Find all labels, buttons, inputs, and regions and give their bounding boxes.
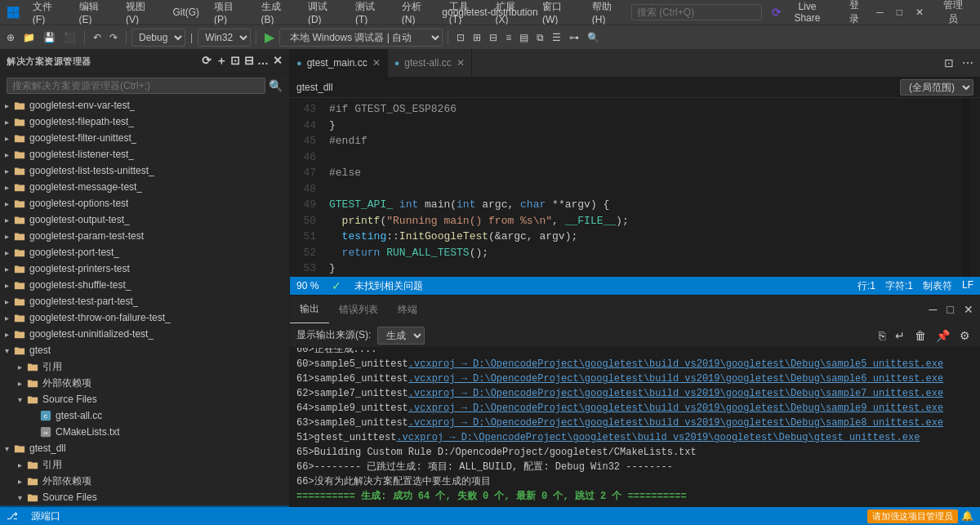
toolbar-new[interactable]: ⊕: [3, 29, 18, 46]
tree-item[interactable]: ▸引用: [0, 358, 289, 375]
toolbar-btn3[interactable]: ⊟: [486, 29, 501, 46]
close-button[interactable]: ✕: [911, 3, 929, 21]
tree-item[interactable]: txtCMakeLists.txt: [0, 424, 289, 440]
tree-item[interactable]: ▸googletest-shuffle-test_: [0, 277, 289, 293]
bell-icon[interactable]: 🔔: [961, 510, 973, 522]
panel-tab-terminal[interactable]: 终端: [388, 296, 427, 323]
char-col: 字符:1: [885, 279, 913, 293]
svg-text:C: C: [44, 413, 48, 419]
sync-icon[interactable]: ⟳: [202, 54, 212, 69]
panel-close-button[interactable]: ✕: [960, 301, 977, 318]
minimize-button[interactable]: ─: [871, 3, 889, 21]
toolbar-btn6[interactable]: ⧉: [533, 29, 547, 46]
toolbar-undo[interactable]: ↶: [90, 29, 105, 46]
sidebar-search-input[interactable]: [7, 78, 265, 94]
code-line: printf("Running main() from %s\n", __FIL…: [323, 213, 962, 229]
toolbar-btn7[interactable]: ☰: [549, 29, 564, 46]
filter-icon[interactable]: ⊡: [230, 54, 241, 69]
output-settings-button[interactable]: ⚙: [956, 327, 973, 344]
output-content[interactable]: 59>正在生成代码...64>Building Custom Rule D:/O…: [290, 348, 980, 507]
editor-scrollbar[interactable]: [970, 98, 980, 277]
tree-item[interactable]: ▸googletest-throw-on-failure-test_: [0, 309, 289, 326]
tree-item[interactable]: ▸googletest-list-tests-unittest_: [0, 162, 289, 179]
output-pin-button[interactable]: 📌: [933, 327, 953, 344]
target-selector[interactable]: 本地 Windows 调试器 | 自动: [279, 29, 443, 47]
toolbar-btn4[interactable]: ≡: [502, 29, 514, 46]
tree-item[interactable]: ▸googletest-env-var-test_: [0, 97, 289, 113]
tree-item[interactable]: ▸googletest-message-test_: [0, 179, 289, 195]
breadcrumb-file[interactable]: gtest_dll: [296, 82, 333, 93]
tab-close-0[interactable]: ✕: [372, 58, 381, 68]
tree-item[interactable]: ▸外部依赖项: [0, 473, 289, 489]
tree-item[interactable]: ▸googletest-port-test_: [0, 244, 289, 260]
tab-icons-right: ⊡ ⋯: [938, 49, 980, 77]
run-button[interactable]: ▶: [261, 28, 278, 47]
tree-item[interactable]: ▸googletest-filepath-test_: [0, 113, 289, 130]
toolbar-btn1[interactable]: ⊡: [453, 29, 468, 46]
add-icon[interactable]: ＋: [216, 54, 228, 69]
tree-item[interactable]: ▸googletest-listener-test_: [0, 146, 289, 162]
toolbar-open[interactable]: 📁: [20, 29, 38, 46]
tree-item[interactable]: ▾Source Files: [0, 489, 289, 505]
tree-item[interactable]: ▸googletest-uninitialized-test_: [0, 326, 289, 342]
scope-selector[interactable]: (全局范围): [900, 79, 973, 96]
tree-arrow: ▸: [0, 248, 13, 257]
toolbar-btn2[interactable]: ⊞: [470, 29, 484, 46]
tree-item[interactable]: ▸googletest-filter-unittest_: [0, 130, 289, 146]
live-share-button[interactable]: ⟳ Live Share: [765, 0, 836, 26]
tree-item[interactable]: ▾Source Files: [0, 391, 289, 407]
tab-more-button[interactable]: ⋯: [959, 55, 977, 71]
tree-item[interactable]: ▸googletest-options-test: [0, 195, 289, 211]
code-content[interactable]: #if GTEST_OS_ESP8266}#endif#elseGTEST_AP…: [323, 98, 962, 277]
close-sidebar-icon[interactable]: ✕: [273, 54, 283, 69]
tab-close-1[interactable]: ✕: [457, 58, 465, 68]
toolbar-redo[interactable]: ↷: [106, 29, 121, 46]
tab-gtest-all[interactable]: ● gtest-all.cc ✕: [388, 49, 472, 77]
notification-badge[interactable]: 请加强这项目管理员: [867, 509, 958, 523]
global-search-input[interactable]: [631, 4, 762, 20]
toolbar-save[interactable]: 💾: [40, 29, 59, 46]
tree-item[interactable]: ▸引用: [0, 456, 289, 473]
svg-rect-0: [7, 7, 13, 12]
toolbar-save-all[interactable]: ⬛: [60, 29, 79, 46]
panel-tab-output[interactable]: 输出: [290, 296, 329, 323]
tab-gtest-main[interactable]: ● gtest_main.cc ✕: [290, 49, 388, 77]
maximize-button[interactable]: □: [892, 3, 907, 21]
sidebar-search-icon[interactable]: 🔍: [269, 79, 283, 92]
line-number: 48: [296, 181, 316, 198]
live-share-label: Live Share: [785, 1, 830, 24]
panel-tab-errors[interactable]: 错误列表: [329, 296, 388, 323]
panel-minimize-button[interactable]: ─: [926, 301, 941, 318]
more-icon[interactable]: …: [257, 54, 270, 69]
zoom-level: 90 %: [296, 280, 318, 291]
tree-item-label: googletest-listener-test_: [29, 149, 134, 160]
tree-item-label: googletest-param-test-test: [29, 230, 144, 242]
output-clear-button[interactable]: 🗑: [911, 327, 929, 344]
output-copy-button[interactable]: ⎘: [875, 327, 889, 344]
toolbar-btn5[interactable]: ▤: [516, 29, 532, 46]
debug-config-select[interactable]: Debug: [131, 29, 185, 47]
code-line: }: [323, 118, 962, 134]
panel-maximize-button[interactable]: □: [944, 301, 957, 318]
toolbar-btn8[interactable]: ⊶: [566, 29, 582, 46]
tree-arrow: ▸: [0, 330, 13, 339]
tree-item[interactable]: Cgtest-all.cc: [0, 407, 289, 424]
output-source-select[interactable]: 生成: [377, 327, 425, 345]
collapse-icon[interactable]: ⊟: [244, 54, 255, 69]
tree-item[interactable]: ▾gtest: [0, 342, 289, 358]
line-number: 44: [296, 118, 316, 134]
tree-item[interactable]: ▸googletest-printers-test: [0, 260, 289, 277]
tree-item[interactable]: ▾gtest_dll: [0, 440, 289, 456]
output-wrap-button[interactable]: ↵: [892, 327, 908, 344]
platform-select[interactable]: Win32: [198, 29, 251, 47]
editor-status-bar: 90 % ✓ 未找到相关问题 行:1 字符:1 制表符 LF: [290, 277, 980, 295]
menu-git[interactable]: Git(G): [166, 3, 206, 21]
toolbar-btn9[interactable]: 🔍: [584, 29, 603, 46]
tree-item[interactable]: ▸googletest-test-part-test_: [0, 293, 289, 309]
code-line: testing::InitGoogleTest(&argc, argv);: [323, 229, 962, 245]
split-editor-button[interactable]: ⊡: [941, 55, 957, 71]
tree-item[interactable]: ▸googletest-output-test_: [0, 211, 289, 228]
tree-arrow: ▸: [0, 150, 13, 159]
tree-item[interactable]: ▸外部依赖项: [0, 375, 289, 391]
tree-item[interactable]: ▸googletest-param-test-test: [0, 228, 289, 244]
